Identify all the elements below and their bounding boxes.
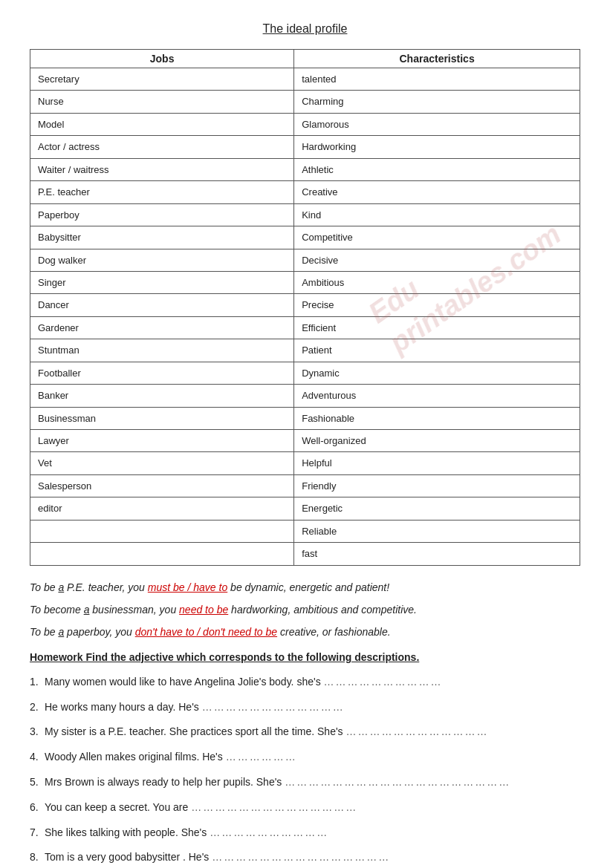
col-jobs-header: Jobs (30, 50, 294, 68)
answer-dots: ……………………………… (202, 701, 345, 713)
article-2: a (84, 604, 90, 616)
table-row: editor (30, 497, 294, 520)
question-number: 3. (30, 723, 39, 741)
table-row: Friendly (294, 474, 580, 497)
table-row: fast (294, 543, 580, 565)
table-row: Dynamic (294, 362, 580, 384)
table-row: Model (30, 113, 294, 135)
table-row: Stuntman (30, 339, 294, 362)
table-row: Fashionable (294, 407, 580, 429)
table-row (30, 520, 294, 542)
answer-dots: ………………………… (324, 676, 443, 688)
table-row: Charming (294, 91, 580, 113)
answer-dots: ……………………………… (345, 725, 488, 737)
example-section: To be a P.E. teacher, you must be / have… (30, 579, 580, 641)
table-row: Vet (30, 452, 294, 474)
vocabulary-table: Jobs Characteristics SecretarytalentedNu… (30, 49, 580, 566)
page-title: The ideal profile (30, 22, 580, 36)
table-row: Precise (294, 294, 580, 316)
homework-title: Homework Find the adjective which corres… (30, 651, 580, 663)
table-row: Gardener (30, 316, 294, 339)
table-row: Singer (30, 271, 294, 293)
table-row: Patient (294, 339, 580, 362)
table-row: Creative (294, 181, 580, 203)
example-line-1: To be a P.E. teacher, you must be / have… (30, 579, 580, 595)
table-row: Competitive (294, 226, 580, 249)
homework-item: 4.Woody Allen makes original films. He's… (30, 748, 580, 766)
answer-dots: ……………… (226, 751, 297, 763)
table-row: Lawyer (30, 430, 294, 452)
article-3: a (58, 626, 64, 638)
answer-dots: ………………………… (210, 826, 328, 838)
table-row: Paperboy (30, 203, 294, 226)
homework-item: 2.He works many hours a day. He's ………………… (30, 699, 580, 717)
table-row: Well-organized (294, 430, 580, 452)
homework-item: 8.Tom is a very good babysitter . He's …… (30, 849, 580, 867)
answer-dots: ……………………………………… (212, 851, 390, 863)
table-row: Hardworking (294, 136, 580, 158)
question-number: 7. (30, 824, 39, 842)
table-row: Dog walker (30, 249, 294, 271)
question-number: 8. (30, 849, 39, 867)
table-row: Glamorous (294, 113, 580, 135)
question-number: 2. (30, 699, 39, 717)
table-row: Adventurous (294, 385, 580, 407)
example-line-3: To be a paperboy, you don't have to / do… (30, 624, 580, 640)
homework-item: 1.Many women would like to have Angelina… (30, 673, 580, 691)
table-row: P.E. teacher (30, 181, 294, 203)
table-row: talented (294, 68, 580, 91)
table-row: Waiter / waitress (30, 158, 294, 180)
table-row: Helpful (294, 452, 580, 474)
homework-item: 7.She likes talking with people. She's …… (30, 824, 580, 842)
table-row: Dancer (30, 294, 294, 316)
table-row: Kind (294, 203, 580, 226)
table-row: Decisive (294, 249, 580, 271)
homework-item: 3.My sister is a P.E. teacher. She pract… (30, 723, 580, 741)
table-row: Athletic (294, 158, 580, 180)
highlight-1: must be / have to (148, 581, 227, 593)
question-number: 5. (30, 774, 39, 792)
table-row: Footballer (30, 362, 294, 384)
table-row: Nurse (30, 91, 294, 113)
example-line-2: To become a businessman, you need to be … (30, 601, 580, 618)
answer-dots: ………………………………………………… (285, 776, 510, 788)
question-number: 6. (30, 799, 39, 817)
table-row: Businessman (30, 407, 294, 429)
highlight-2: need to be (179, 604, 228, 616)
table-row: Efficient (294, 316, 580, 339)
table-row (30, 543, 294, 565)
homework-item: 5.Mrs Brown is always ready to help her … (30, 774, 580, 792)
homework-list: 1.Many women would like to have Angelina… (30, 673, 580, 868)
table-row: Ambitious (294, 271, 580, 293)
question-number: 1. (30, 673, 39, 691)
question-number: 4. (30, 748, 39, 766)
col-characteristics-header: Characteristics (294, 50, 580, 68)
table-row: Secretary (30, 68, 294, 91)
homework-item: 6.You can keep a secret. You are …………………… (30, 799, 580, 817)
table-row: Salesperson (30, 474, 294, 497)
answer-dots: …………………………………… (191, 801, 357, 813)
homework-section: Homework Find the adjective which corres… (30, 651, 580, 868)
table-row: Energetic (294, 497, 580, 520)
table-row: Actor / actress (30, 136, 294, 158)
table-row: Reliable (294, 520, 580, 542)
table-row: Banker (30, 385, 294, 407)
table-row: Babysitter (30, 226, 294, 249)
article-1: a (58, 581, 64, 593)
highlight-3: don't have to / don't need to be (135, 626, 277, 638)
